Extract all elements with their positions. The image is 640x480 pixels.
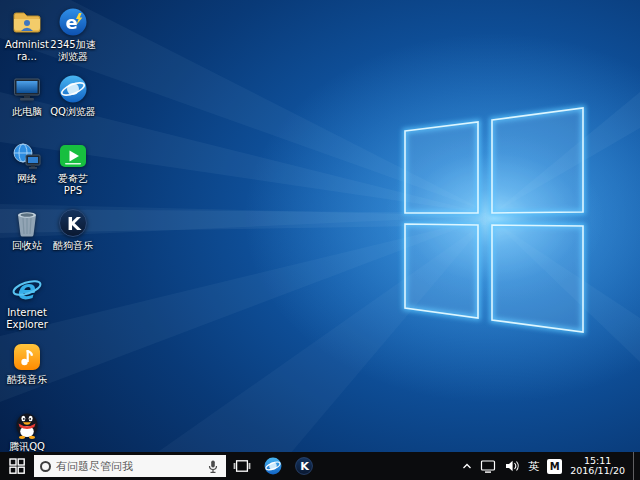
speaker-icon [504, 459, 520, 473]
tray-volume-button[interactable] [504, 459, 520, 473]
desktop-icon-qq-browser[interactable]: QQ浏览器 [50, 73, 96, 118]
tray-date: 2016/11/20 [570, 466, 625, 477]
desktop-icon-internet-explorer[interactable]: e Internet Explorer [4, 274, 50, 330]
taskbar-search-box[interactable] [34, 455, 226, 477]
taskbar-app-qq-browser[interactable] [257, 452, 288, 480]
desktop-icon-label: QQ浏览器 [50, 106, 96, 118]
search-input[interactable] [56, 460, 201, 473]
svg-text:e: e [16, 274, 36, 305]
desktop-icon-kuwo-music[interactable]: 酷我音乐 [4, 341, 50, 386]
tray-network-button[interactable] [480, 459, 496, 474]
desktop-icon-2345-browser[interactable]: e 2345加速浏览器 [50, 6, 96, 62]
kugou-music-icon: K [57, 207, 89, 239]
network-status-icon [480, 459, 496, 474]
svg-text:K: K [67, 213, 82, 234]
windows-logo-icon [9, 458, 25, 474]
desktop-icon-label: 2345加速浏览器 [50, 39, 96, 62]
cortana-ring-icon [40, 461, 51, 472]
qq-browser-icon [57, 73, 89, 105]
tray-ime-badge[interactable]: M [547, 459, 562, 474]
svg-text:K: K [300, 460, 310, 473]
tray-overflow-button[interactable] [462, 462, 472, 470]
desktop-icon-label: 酷我音乐 [7, 374, 47, 386]
desktop-icon-label: 网络 [17, 173, 37, 185]
wallpaper-windows-hero [0, 0, 640, 480]
user-folder-icon [11, 6, 43, 38]
iqiyi-pps-icon [57, 140, 89, 172]
chevron-up-icon [462, 462, 472, 470]
taskbar: K 英 M 15:11 2016/11/20 [0, 452, 640, 480]
kugou-music-icon: K [294, 456, 314, 476]
tencent-qq-icon [11, 408, 43, 440]
recycle-bin-icon [11, 207, 43, 239]
desktop-icon-label: Administra... [4, 39, 50, 62]
internet-explorer-icon: e [11, 274, 43, 306]
desktop-icon-iqiyi-pps[interactable]: 爱奇艺PPS [50, 140, 96, 196]
microphone-icon[interactable] [206, 459, 220, 474]
show-desktop-button[interactable] [633, 452, 638, 480]
desktop-icon-label: 此电脑 [12, 106, 42, 118]
start-button[interactable] [0, 452, 34, 480]
kuwo-music-icon [11, 341, 43, 373]
desktop-icon-kugou-music[interactable]: K 酷狗音乐 [50, 207, 96, 252]
tray-language-indicator[interactable]: 英 [528, 459, 539, 474]
tray-clock[interactable]: 15:11 2016/11/20 [570, 456, 625, 477]
desktop-icon-label: 回收站 [12, 240, 42, 252]
desktop-icon-label: 爱奇艺PPS [50, 173, 96, 196]
taskbar-app-kugou-music[interactable]: K [288, 452, 319, 480]
2345-browser-icon: e [57, 6, 89, 38]
desktop-icon-label: 腾讯QQ [9, 441, 45, 453]
task-view-button[interactable] [226, 452, 257, 480]
network-icon [11, 140, 43, 172]
desktop-icon-administrator[interactable]: Administra... [4, 6, 50, 62]
desktop-icon-label: Internet Explorer [4, 307, 50, 330]
this-pc-icon [11, 73, 43, 105]
qq-browser-icon [263, 456, 283, 476]
desktop-icon-recycle-bin[interactable]: 回收站 [4, 207, 50, 252]
desktop-icon-this-pc[interactable]: 此电脑 [4, 73, 50, 118]
svg-text:e: e [66, 12, 78, 33]
task-view-icon [233, 459, 251, 473]
desktop-icon-tencent-qq[interactable]: 腾讯QQ [4, 408, 50, 453]
system-tray: 英 M 15:11 2016/11/20 [458, 452, 640, 480]
desktop-icon-label: 酷狗音乐 [53, 240, 93, 252]
desktop-icon-network[interactable]: 网络 [4, 140, 50, 185]
